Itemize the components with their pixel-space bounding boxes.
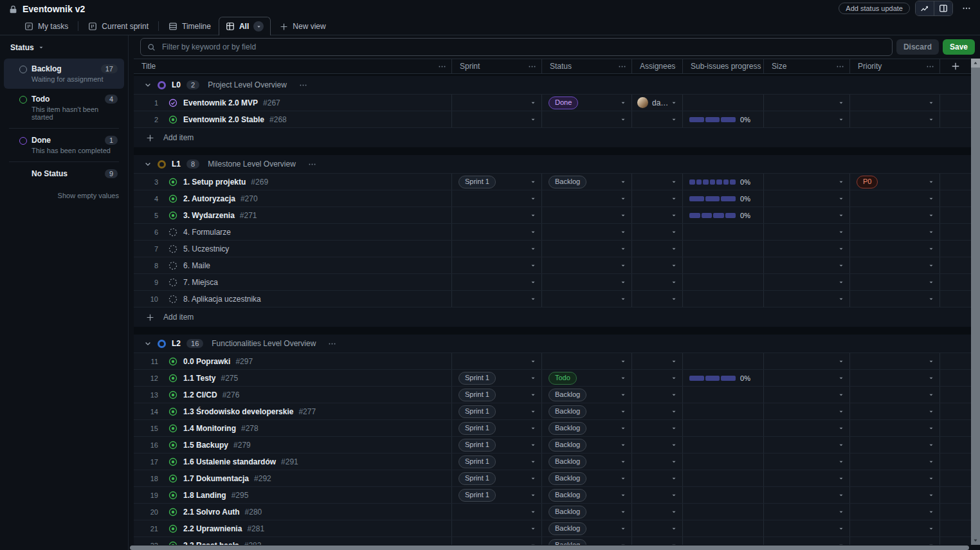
cell-assignees[interactable] (632, 224, 683, 240)
item-title[interactable]: 5. Uczestnicy (183, 244, 229, 253)
dropdown-caret-icon[interactable] (838, 459, 844, 465)
dropdown-caret-icon[interactable] (620, 100, 626, 106)
cell-assignees[interactable] (632, 520, 683, 536)
cell-title[interactable]: 108. Aplikacja uczestnika (134, 291, 452, 307)
cell-size[interactable] (764, 111, 850, 127)
dropdown-caret-icon[interactable] (928, 475, 934, 482)
cell-title[interactable]: 121.1 Testy#275 (134, 370, 452, 386)
status-badge[interactable]: Backlog (549, 539, 586, 545)
cell-title[interactable]: 75. Uczestnicy (134, 241, 452, 257)
dropdown-caret-icon[interactable] (928, 279, 934, 286)
dropdown-caret-icon[interactable] (620, 229, 626, 235)
add-column-button[interactable] (940, 59, 971, 73)
status-badge[interactable]: Backlog (549, 389, 586, 401)
cell-size[interactable] (764, 454, 850, 470)
dropdown-caret-icon[interactable] (838, 229, 844, 235)
dropdown-caret-icon[interactable] (671, 492, 677, 499)
add-status-update-button[interactable]: Add status update (839, 3, 910, 14)
cell-title[interactable]: 86. Maile (134, 257, 452, 273)
dropdown-caret-icon[interactable] (838, 296, 844, 302)
dropdown-caret-icon[interactable] (838, 116, 844, 123)
sprint-badge[interactable]: Sprint 1 (458, 422, 496, 435)
dropdown-caret-icon[interactable] (928, 212, 934, 219)
item-title[interactable]: 1.1 Testy (183, 374, 215, 383)
dropdown-caret-icon[interactable] (530, 526, 536, 532)
dropdown-caret-icon[interactable] (838, 492, 844, 499)
dropdown-caret-icon[interactable] (838, 526, 844, 532)
dropdown-caret-icon[interactable] (928, 526, 934, 532)
dropdown-caret-icon[interactable] (620, 475, 626, 482)
dropdown-caret-icon[interactable] (620, 196, 626, 202)
cell-sprint[interactable] (452, 241, 542, 257)
tab-my-tasks[interactable]: My tasks (17, 18, 76, 35)
dropdown-caret-icon[interactable] (530, 492, 536, 499)
cell-title[interactable]: 212.2 Uprawnienia#281 (134, 520, 452, 536)
cell-sprint[interactable]: Sprint 1 (452, 174, 542, 190)
tab-current-sprint[interactable]: Current sprint (80, 18, 156, 35)
dropdown-caret-icon[interactable] (928, 179, 934, 185)
dropdown-caret-icon[interactable] (928, 425, 934, 432)
cell-sprint[interactable]: Sprint 1 (452, 403, 542, 419)
status-badge[interactable]: Backlog (549, 506, 586, 518)
cell-priority[interactable] (850, 95, 940, 111)
cell-sprint[interactable]: Sprint 1 (452, 420, 542, 436)
dropdown-caret-icon[interactable] (838, 542, 844, 545)
cell-status[interactable]: Backlog (542, 487, 632, 503)
status-badge[interactable]: Backlog (549, 522, 586, 535)
dropdown-caret-icon[interactable] (928, 442, 934, 448)
cell-assignees[interactable] (632, 111, 683, 127)
dropdown-caret-icon[interactable] (530, 262, 536, 269)
cell-assignees[interactable] (632, 403, 683, 419)
cell-assignees[interactable] (632, 387, 683, 403)
dropdown-caret-icon[interactable] (671, 408, 677, 415)
add-item-row[interactable]: Add item (134, 128, 971, 147)
dropdown-caret-icon[interactable] (530, 279, 536, 286)
dropdown-caret-icon[interactable] (530, 246, 536, 252)
dropdown-caret-icon[interactable] (838, 179, 844, 185)
dropdown-caret-icon[interactable] (928, 408, 934, 415)
sprint-badge[interactable]: Sprint 1 (458, 472, 496, 485)
cell-status[interactable] (542, 241, 632, 257)
dropdown-caret-icon[interactable] (671, 375, 677, 381)
dropdown-caret-icon[interactable] (928, 229, 934, 235)
group-header[interactable]: L18Milestone Level Overview (134, 155, 971, 174)
cell-size[interactable] (764, 274, 850, 290)
dropdown-caret-icon[interactable] (928, 358, 934, 365)
item-title[interactable]: 2.1 Solvro Auth (183, 508, 240, 517)
cell-sprint[interactable] (452, 520, 542, 536)
group-header[interactable]: L216Functionalities Level Overview (134, 335, 971, 353)
dropdown-caret-icon[interactable] (928, 296, 934, 302)
dropdown-caret-icon[interactable] (671, 116, 677, 123)
dropdown-caret-icon[interactable] (671, 179, 677, 185)
dropdown-caret-icon[interactable] (530, 296, 536, 302)
cell-assignees[interactable] (632, 537, 683, 545)
cell-status[interactable] (542, 190, 632, 206)
cell-status[interactable]: Backlog (542, 387, 632, 403)
cell-sprint[interactable] (452, 190, 542, 206)
item-title[interactable]: 2. Autoryzacja (183, 194, 235, 203)
cell-size[interactable] (764, 420, 850, 436)
cell-status[interactable]: Backlog (542, 174, 632, 190)
cell-assignees[interactable] (632, 370, 683, 386)
cell-title[interactable]: 171.6 Ustalenie standardów#291 (134, 454, 452, 470)
cell-priority[interactable] (850, 387, 940, 403)
column-size[interactable]: Size (764, 59, 850, 73)
dropdown-caret-icon[interactable] (530, 542, 536, 545)
dropdown-caret-icon[interactable] (530, 442, 536, 448)
cell-assignees[interactable] (632, 353, 683, 369)
dropdown-caret-icon[interactable] (928, 196, 934, 202)
cell-priority[interactable] (850, 403, 940, 419)
sidebar-item-done[interactable]: Done This has been completed 1 (4, 130, 124, 160)
cell-status[interactable] (542, 111, 632, 127)
group-by-header[interactable]: Status (0, 41, 128, 59)
dropdown-caret-icon[interactable] (671, 100, 677, 106)
cell-size[interactable] (764, 520, 850, 536)
dropdown-caret-icon[interactable] (671, 296, 677, 302)
cell-status[interactable]: Backlog (542, 454, 632, 470)
cell-size[interactable] (764, 207, 850, 223)
column-menu-icon[interactable] (675, 62, 677, 71)
cell-status[interactable]: Done (542, 95, 632, 111)
cell-sprint[interactable] (452, 291, 542, 307)
dropdown-caret-icon[interactable] (620, 526, 626, 532)
column-menu-icon[interactable] (438, 62, 446, 71)
